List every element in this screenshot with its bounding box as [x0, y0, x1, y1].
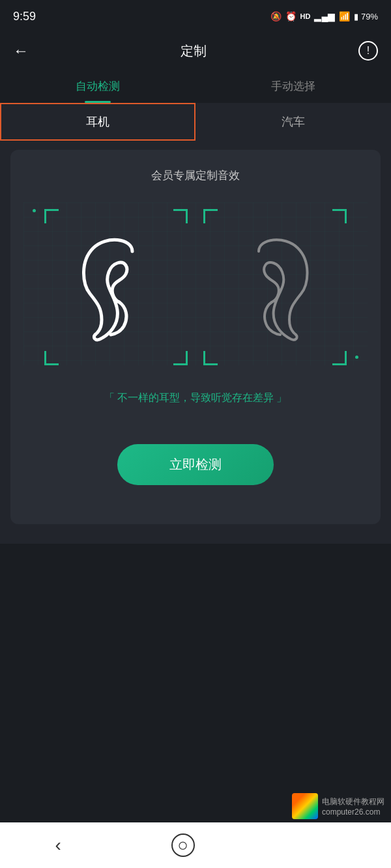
category-tabs: 耳机 汽车 [0, 103, 391, 141]
nav-home-button[interactable]: ○ [171, 833, 195, 857]
status-time: 9:59 [13, 10, 36, 23]
signal-icon: ▂▄▆ [314, 11, 335, 21]
left-ear-icon [70, 232, 162, 343]
status-icons: 🔕 ⏰ HD ▂▄▆ 📶 ▮ 79% [270, 11, 378, 21]
tab-manual-select-label: 手动选择 [271, 79, 315, 94]
corner-bl-left [44, 351, 59, 365]
corner-tl-left [44, 209, 59, 223]
member-card-title: 会员专属定制音效 [23, 168, 368, 183]
detect-button-area: 立即检测 [23, 444, 368, 498]
corner-br-left [173, 351, 188, 365]
corner-br-right [332, 351, 347, 365]
alarm-icon: ⏰ [285, 11, 297, 21]
tab-active-underline [85, 101, 111, 103]
nav-back-button[interactable]: ‹ [55, 835, 61, 856]
status-bar: 9:59 🔕 ⏰ HD ▂▄▆ 📶 ▮ 79% [0, 0, 391, 33]
left-ear-frame [44, 209, 188, 365]
right-ear-frame [203, 209, 347, 365]
wifi-icon: 📶 [339, 11, 350, 21]
watermark-logo [292, 793, 318, 819]
watermark-text: 电脑软硬件教程网computer26.com [322, 796, 384, 817]
dot-tl [33, 209, 36, 212]
main-tabs: 自动检测 手动选择 [0, 69, 391, 103]
quote-text: 「 不一样的耳型，导致听觉存在差异 」 [23, 391, 368, 405]
cat-tab-car-label: 汽车 [282, 114, 305, 130]
right-ear-icon [229, 232, 321, 343]
hd-icon: HD [300, 12, 311, 20]
battery-indicator: ▮ 79% [354, 12, 378, 21]
corner-bl-right [203, 351, 218, 365]
battery-level: ▮ 79% [354, 12, 378, 21]
cat-tab-earphone[interactable]: 耳机 [0, 103, 195, 141]
corner-tr-right [332, 209, 347, 223]
watermark: 电脑软硬件教程网computer26.com [292, 793, 384, 819]
main-content: 会员专属定制音效 [0, 141, 391, 544]
dot-br [355, 356, 358, 359]
bottom-nav: ‹ ○ [0, 822, 391, 868]
tab-manual-select[interactable]: 手动选择 [195, 69, 391, 103]
corner-tr-left [173, 209, 188, 223]
detect-button[interactable]: 立即检测 [117, 444, 274, 485]
cat-tab-earphone-label: 耳机 [86, 114, 109, 130]
header: ← 定制 ! [0, 33, 391, 69]
tab-auto-detect-label: 自动检测 [76, 79, 120, 94]
back-button[interactable]: ← [13, 42, 29, 60]
info-button[interactable]: ! [358, 41, 378, 61]
mute-icon: 🔕 [270, 11, 282, 21]
corner-tl-right [203, 209, 218, 223]
cat-tab-car[interactable]: 汽车 [195, 103, 391, 141]
tab-auto-detect[interactable]: 自动检测 [0, 69, 195, 103]
ear-scan-area [23, 203, 368, 365]
member-card: 会员专属定制音效 [10, 150, 381, 524]
page-title: 定制 [181, 42, 207, 60]
